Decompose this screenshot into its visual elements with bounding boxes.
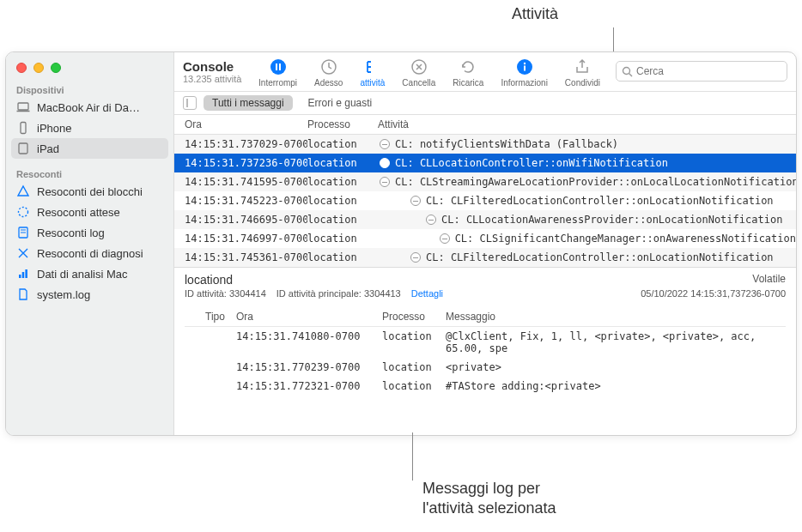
- activity-row[interactable]: 14:15:31.746997-0700locationCL: CLSignif…: [174, 229, 796, 248]
- activities-button[interactable]: attività: [353, 57, 392, 88]
- row-process: location: [307, 176, 374, 188]
- sidebar-device-ipad[interactable]: iPad: [11, 138, 168, 159]
- pause-button[interactable]: Interrompi: [252, 57, 304, 88]
- callout-bottom-label: Messaggi log per l'attività selezionata: [422, 479, 556, 519]
- row-time: 14:15:31.745361-0700: [174, 251, 307, 263]
- toolbar-label: Interrompi: [258, 78, 297, 88]
- disclosure-icon[interactable]: [410, 252, 421, 263]
- share-button[interactable]: Condividi: [558, 57, 607, 88]
- sidebar-mac-analytics[interactable]: Dati di analisi Mac: [6, 263, 173, 284]
- activity-row[interactable]: 14:15:31.737029-0700locationCL: notifyCl…: [174, 135, 796, 154]
- toolbar-label: Condividi: [565, 78, 600, 88]
- detail-row-type: [185, 361, 236, 373]
- detail-row[interactable]: 14:15:31.772321-0700location#TAStore add…: [185, 377, 786, 396]
- sidebar: Dispositivi MacBook Air di Da… iPhone iP…: [6, 52, 174, 435]
- document-icon: [16, 287, 30, 301]
- column-header-process[interactable]: Processo: [307, 118, 374, 130]
- toolbar-subtitle: 13.235 attività: [183, 74, 242, 84]
- column-header-time[interactable]: Ora: [174, 118, 307, 130]
- sidebar-item-label: Resoconti log: [37, 227, 105, 239]
- row-message: CL: notifyClientsWithData (Fallback): [395, 138, 618, 150]
- sidebar-diagnostic-reports[interactable]: Resoconti di diagnosi: [6, 243, 173, 263]
- detail-details-link[interactable]: Dettagli: [411, 288, 443, 299]
- close-window-button[interactable]: [16, 63, 27, 73]
- now-button[interactable]: Adesso: [307, 57, 349, 88]
- detail-row[interactable]: 14:15:31.741080-0700location@ClxClient, …: [185, 327, 786, 358]
- row-process: location: [307, 251, 374, 263]
- detail-row-process: location: [382, 380, 446, 392]
- toolbar-label: Adesso: [314, 78, 343, 88]
- svg-rect-10: [25, 269, 27, 278]
- row-activity: CL: notifyClientsWithData (Fallback): [374, 138, 796, 150]
- laptop-icon: [16, 100, 30, 114]
- detail-row-time: 14:15:31.770239-0700: [236, 361, 382, 373]
- detail-row[interactable]: 14:15:31.770239-0700location<private>: [185, 358, 786, 377]
- toolbar-label: Informazioni: [501, 78, 547, 88]
- activity-row[interactable]: 14:15:31.745223-0700locationCL: CLFilter…: [174, 191, 796, 210]
- svg-rect-12: [276, 63, 277, 70]
- svg-rect-8: [19, 275, 21, 278]
- activity-icon: [363, 57, 382, 76]
- sidebar-spin-reports[interactable]: Resoconti attese: [6, 202, 173, 222]
- chart-icon: [16, 267, 30, 281]
- search-input[interactable]: [636, 65, 781, 77]
- activity-row[interactable]: 14:15:31.741595-0700locationCL: CLStream…: [174, 172, 796, 191]
- row-message: CL: CLFilteredLocationController::onLoca…: [426, 195, 774, 207]
- detail-col-message[interactable]: Messaggio: [446, 311, 786, 323]
- row-activity: CL: CLStreamingAwareLocationProvider::on…: [374, 176, 796, 188]
- app-window: Dispositivi MacBook Air di Da… iPhone iP…: [5, 51, 797, 436]
- row-message: CL: CLStreamingAwareLocationProvider::on…: [395, 176, 796, 188]
- clear-button[interactable]: Cancella: [395, 57, 442, 88]
- sidebar-device-macbook[interactable]: MacBook Air di Da…: [6, 97, 173, 118]
- filter-errors[interactable]: Errori e guasti: [300, 95, 381, 111]
- row-time: 14:15:31.741595-0700: [174, 176, 307, 188]
- detail-col-time[interactable]: Ora: [236, 311, 382, 323]
- row-time: 14:15:31.737236-0700: [174, 157, 307, 169]
- filter-all-messages[interactable]: Tutti i messaggi: [204, 95, 293, 111]
- disclosure-icon[interactable]: [380, 139, 390, 149]
- spin-icon: [16, 205, 30, 219]
- disclosure-icon[interactable]: [426, 215, 436, 225]
- column-header-activity[interactable]: Attività: [374, 118, 796, 130]
- minimize-window-button[interactable]: [33, 63, 44, 73]
- detail-pane: locationd Volatile ID attività: 3304414 …: [174, 267, 796, 396]
- zoom-window-button[interactable]: [51, 63, 61, 73]
- row-activity: CL: CLLocationController::onWifiNotifica…: [374, 157, 796, 169]
- activity-row[interactable]: 14:15:31.746695-0700locationCL: CLLocati…: [174, 210, 796, 229]
- iphone-icon: [16, 121, 30, 135]
- activity-row[interactable]: 14:15:31.745361-0700locationCL: CLFilter…: [174, 248, 796, 267]
- sidebar-log-reports[interactable]: Resoconti log: [6, 222, 173, 243]
- sidebar-item-label: Dati di analisi Mac: [37, 268, 128, 281]
- clear-icon: [410, 57, 428, 76]
- clock-icon: [319, 57, 338, 76]
- window-controls: [6, 59, 173, 82]
- sidebar-system-log[interactable]: system.log: [6, 284, 173, 305]
- disclosure-icon[interactable]: [380, 177, 390, 187]
- share-icon: [573, 57, 592, 76]
- sidebar-crash-reports[interactable]: Resoconti dei blocchi: [6, 181, 173, 202]
- disclosure-icon[interactable]: [440, 233, 450, 244]
- activity-row[interactable]: 14:15:31.737236-0700locationCL: CLLocati…: [174, 154, 796, 172]
- disclosure-icon[interactable]: [410, 196, 421, 206]
- disclosure-icon[interactable]: [380, 158, 390, 168]
- row-activity: CL: CLSignificantChangeManager::onAwaren…: [374, 233, 796, 245]
- detail-col-type[interactable]: Tipo: [185, 311, 236, 323]
- detail-title: locationd: [185, 273, 233, 287]
- sidebar-item-label: MacBook Air di Da…: [37, 101, 140, 114]
- detail-col-process[interactable]: Processo: [382, 311, 446, 323]
- svg-point-19: [623, 67, 630, 74]
- sidebar-device-iphone[interactable]: iPhone: [6, 118, 173, 138]
- toggle-sidebar-icon[interactable]: [183, 96, 197, 110]
- reload-icon: [459, 57, 477, 76]
- detail-parent-activity-id: ID attività principale: 3304413: [276, 288, 401, 299]
- info-button[interactable]: Informazioni: [494, 57, 554, 88]
- detail-row-message: <private>: [446, 361, 786, 373]
- detail-activity-id: ID attività: 3304414: [185, 288, 266, 299]
- sidebar-item-label: system.log: [37, 288, 90, 301]
- activity-table-header: Ora Processo Attività: [174, 115, 796, 135]
- reload-button[interactable]: Ricarica: [446, 57, 490, 88]
- detail-row-message: #TAStore adding:<private>: [446, 380, 786, 392]
- search-field[interactable]: [616, 61, 787, 82]
- log-icon: [16, 226, 30, 239]
- main-content: Console 13.235 attività Interrompi Adess…: [174, 52, 796, 435]
